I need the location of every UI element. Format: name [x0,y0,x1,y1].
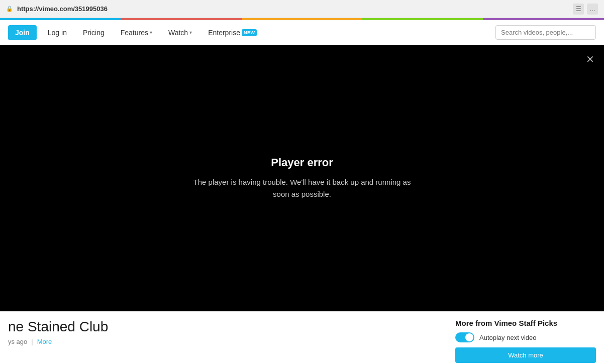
autoplay-label: Autoplay next video [479,334,536,341]
player-close-button[interactable]: ✕ [583,52,597,66]
join-button[interactable]: Join [8,25,37,40]
url-domain: vimeo.com [39,5,73,13]
main-nav: Join Log in Pricing Features ▾ Watch ▾ E… [0,20,604,45]
watch-chevron-icon: ▾ [189,30,192,35]
nav-watch[interactable]: Watch ▾ [161,29,199,37]
lock-icon: 🔒 [6,6,13,12]
meta-separator: | [31,338,33,345]
video-time-ago: ys ago [8,338,27,345]
url-prefix: https:// [17,5,39,13]
video-more-link[interactable]: More [37,338,52,345]
nav-features[interactable]: Features ▾ [114,29,159,37]
nav-login[interactable]: Log in [41,29,74,37]
autoplay-row: Autoplay next video [455,332,596,342]
browser-menu-btn[interactable]: ☰ [573,4,584,15]
nav-pricing[interactable]: Pricing [76,29,112,37]
video-player: ✕ Player error The player is having trou… [0,45,604,311]
url-path: /351995036 [73,5,108,13]
watch-more-button[interactable]: Watch more [455,347,596,363]
url-bar[interactable]: https://vimeo.com/351995036 [17,5,569,13]
autoplay-toggle[interactable] [455,332,474,342]
video-title: ne Stained Club [8,319,445,335]
features-chevron-icon: ▾ [150,30,152,35]
browser-controls: ☰ … [573,4,598,15]
player-error-panel: Player error The player is having troubl… [191,156,413,200]
bottom-bar: ne Stained Club ys ago | More More from … [0,311,604,364]
browser-bar: 🔒 https://vimeo.com/351995036 ☰ … [0,0,604,18]
video-meta: ys ago | More [8,338,445,345]
nav-enterprise[interactable]: Enterprise NEW [201,29,264,37]
sidebar-panel: More from Vimeo Staff Picks Autoplay nex… [445,319,596,363]
video-info: ne Stained Club ys ago | More [8,319,445,345]
browser-more-btn[interactable]: … [587,4,598,15]
player-error-message: The player is having trouble. We'll have… [191,176,413,200]
toggle-knob [465,333,473,341]
sidebar-title: More from Vimeo Staff Picks [455,319,596,327]
player-error-title: Player error [191,156,413,169]
new-badge: NEW [242,29,257,36]
search-input[interactable] [495,25,596,40]
